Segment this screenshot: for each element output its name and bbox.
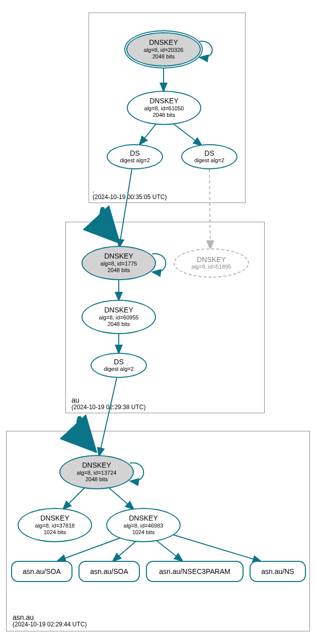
node-bits: 2048 bits — [108, 267, 130, 274]
node-au-zsk: DNSKEY alg=8, id=60955 2048 bits — [82, 300, 156, 334]
node-type: DNSKEY — [197, 256, 226, 264]
node-detail: alg=8, id=61050 — [144, 105, 184, 112]
svg-line-3 — [119, 169, 132, 247]
svg-line-13 — [171, 534, 261, 561]
rrset-nsec3: asn.au/NSEC3PARAM — [146, 561, 244, 582]
node-detail: alg=8, id=20326 — [144, 47, 184, 53]
node-bits: 2048 bits — [153, 112, 176, 118]
node-type: DNSKEY — [104, 252, 133, 260]
node-au-ds: DS digest alg=2 — [91, 353, 147, 378]
svg-line-11 — [113, 541, 136, 561]
svg-line-7 — [99, 378, 117, 456]
node-asn-zsk2: DNSKEY alg=8, id=46983 1024 bits — [106, 508, 181, 542]
node-detail: alg=8, id=13724 — [77, 470, 117, 476]
node-root-ds1: DS digest alg=2 — [107, 144, 163, 169]
node-bits: 2048 bits — [86, 476, 108, 483]
svg-line-1 — [140, 124, 156, 144]
node-bits: 1024 bits — [132, 529, 155, 536]
rrset-soa2: asn.au/SOA — [78, 561, 140, 582]
svg-line-2 — [174, 124, 201, 145]
node-detail: digest alg=2 — [194, 157, 224, 164]
node-root-zsk: DNSKEY alg=8, id=61050 2048 bits — [127, 91, 201, 125]
node-asn-ksk: DNSKEY alg=8, id=13724 2048 bits — [59, 455, 134, 489]
node-type: DS — [114, 358, 123, 366]
node-detail: alg=8, id=60955 — [99, 314, 139, 321]
node-detail: digest alg=2 — [104, 366, 134, 372]
svg-line-4 — [209, 169, 210, 248]
svg-line-8 — [63, 487, 86, 509]
node-type: DNSKEY — [40, 514, 69, 522]
node-detail: alg=8, id=51895 — [192, 264, 231, 270]
svg-line-9 — [108, 487, 133, 509]
node-detail: alg=8, id=1775 — [101, 261, 137, 267]
node-detail: alg=8, id=37818 — [35, 523, 75, 529]
node-au-prekey: DNSKEY alg=8, id=51895 — [174, 248, 249, 278]
rrset-soa1: asn.au/SOA — [11, 561, 72, 582]
node-root-ksk: DNSKEY alg=8, id=20326 2048 bits — [124, 30, 203, 69]
node-detail: alg=8, id=46983 — [124, 523, 164, 529]
node-type: DNSKEY — [149, 39, 178, 46]
node-bits: 2048 bits — [108, 321, 130, 328]
node-asn-zsk1: DNSKEY alg=8, id=37818 1024 bits — [18, 508, 92, 542]
node-bits: 2048 bits — [152, 53, 175, 60]
node-type: DS — [130, 150, 139, 157]
node-detail: digest alg=2 — [120, 157, 150, 164]
node-bits: 1024 bits — [44, 529, 66, 536]
node-type: DNSKEY — [104, 306, 133, 314]
node-type: DS — [204, 150, 214, 157]
node-type: DNSKEY — [129, 514, 158, 522]
node-type: DNSKEY — [149, 97, 179, 105]
node-au-ksk: DNSKEY alg=8, id=1775 2048 bits — [82, 246, 156, 280]
node-type: DNSKEY — [82, 462, 111, 469]
rrset-ns: asn.au/NS — [250, 561, 306, 582]
node-root-ds2: DS digest alg=2 — [181, 144, 238, 169]
svg-line-12 — [156, 540, 182, 561]
